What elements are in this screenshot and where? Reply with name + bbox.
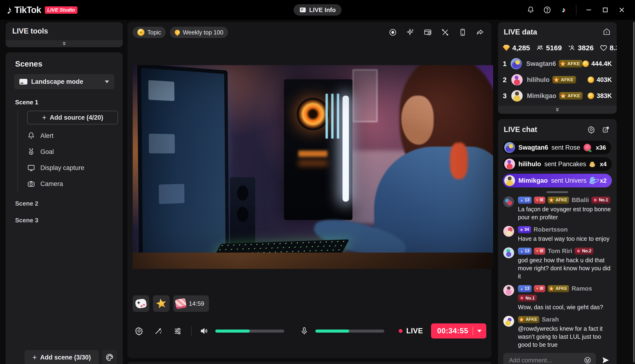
data-home-icon[interactable] — [602, 28, 611, 37]
chat-popout-icon[interactable] — [601, 125, 611, 134]
crossed-tools-icon[interactable] — [439, 26, 451, 38]
chat-message-text: @rowdywrecks knew for a fact it wasn’t g… — [518, 324, 612, 349]
triangle-icon: ▲ — [520, 287, 523, 290]
weekly-top-badge[interactable]: Weekly top 100 — [170, 27, 228, 38]
badge-star-icon: 60 — [560, 93, 566, 99]
badge-text: AFKE — [561, 77, 574, 82]
stream-settings-gear-icon[interactable] — [133, 324, 146, 337]
new-followers-value: 3826 — [578, 44, 594, 52]
gift-tile-cake-timer[interactable]: 14:59 — [173, 295, 209, 312]
scene-1-item[interactable]: Scene 1 — [6, 89, 123, 108]
add-source-label: Add source (4/20) — [50, 114, 104, 121]
chat-message-text: Have a travel way too nice to enjoy — [518, 235, 612, 243]
fire-icon — [174, 28, 181, 36]
chat-settings-gear-icon[interactable] — [586, 125, 596, 134]
chat-resize-handle[interactable] — [546, 191, 568, 193]
diamond-level-value: 34 — [524, 227, 529, 232]
mobile-icon[interactable] — [456, 26, 469, 38]
leaderboard-row[interactable]: 3 Mimikgao 60 AFKE 383K — [503, 88, 612, 104]
live-tools-expand-button[interactable] — [6, 40, 123, 47]
source-label: Goal — [40, 148, 54, 156]
gift-banner-highlighted[interactable]: Mimikgao sent Univers x2 — [503, 174, 612, 188]
chat-username[interactable]: BBalii — [572, 196, 589, 204]
comment-input[interactable] — [503, 353, 596, 364]
chat-username[interactable]: Tom Riri — [548, 248, 572, 255]
avatar — [503, 248, 514, 258]
camera-icon — [27, 180, 35, 188]
theme-palette-button[interactable] — [102, 350, 117, 364]
coins-amount: 444.4K — [591, 60, 612, 68]
window-scrollbar[interactable] — [633, 22, 634, 362]
coin-icon — [588, 92, 594, 99]
live-studio-badge: LIVE Studio — [45, 6, 78, 14]
help-icon[interactable] — [540, 3, 554, 16]
afke-badge: 3 AFKE — [559, 60, 582, 68]
goal-medal-icon — [27, 148, 35, 156]
live-info-button[interactable]: LIVE Info — [294, 4, 342, 16]
gifter-leaderboard: 1 Swagtan6 3 AFKE 444.4K 2 — [498, 53, 616, 106]
magic-pen-icon[interactable] — [152, 324, 165, 337]
fan-club-badge: ♥III — [534, 285, 546, 292]
scene-2-item[interactable]: Scene 2 — [6, 192, 123, 209]
gift-banner[interactable]: hilihulo sent Pancakes x4 — [503, 157, 612, 171]
afke-badge: 3AFKE — [548, 197, 569, 204]
tiktok-app-icon[interactable]: ♪ — [557, 3, 570, 16]
gift-action: sent Pancakes — [544, 160, 586, 168]
adjust-sliders-icon[interactable] — [172, 324, 184, 337]
emoji-icon[interactable] — [584, 356, 592, 364]
stream-timer-button[interactable]: 00:34:55 — [431, 324, 486, 338]
effects-sparkle-icon[interactable] — [404, 26, 416, 38]
mic-volume-icon[interactable] — [298, 324, 311, 337]
diamond-icon — [503, 45, 510, 51]
mic-volume-slider[interactable] — [316, 330, 384, 332]
source-label: Alert — [40, 132, 54, 140]
source-item-goal[interactable]: Goal — [27, 144, 118, 160]
send-plane-icon — [601, 356, 610, 364]
layout-mode-value: Landscape mode — [31, 78, 83, 86]
source-item-display-capture[interactable]: Display capture — [27, 160, 118, 176]
chat-username[interactable]: Robertsson — [534, 226, 568, 233]
speaker-volume-slider[interactable] — [215, 330, 284, 332]
record-icon[interactable] — [387, 26, 399, 38]
chat-message: ▲13 ♥III 3AFKE BBalii No.1 La façon de v… — [503, 196, 612, 221]
leaderboard-row[interactable]: 2 hilihulo 3 AFKE 403K — [503, 72, 612, 88]
scene-3-item[interactable]: Scene 3 — [6, 209, 123, 226]
gift-tile-star[interactable] — [153, 295, 170, 312]
chat-message-list[interactable]: ▲13 ♥III 3AFKE BBalii No.1 La façon de v… — [498, 193, 616, 349]
controls-divider — [191, 326, 192, 336]
gift-tile-controller[interactable] — [133, 295, 149, 312]
speaker-volume-icon[interactable] — [198, 324, 210, 337]
send-comment-button[interactable] — [600, 354, 612, 364]
chat-username[interactable]: Ramos — [572, 285, 592, 292]
window-close-button[interactable] — [615, 3, 628, 16]
layout-mode-select[interactable]: Landscape mode — [14, 74, 114, 89]
chat-message-text: Wow, das ist cool, wie geht das? — [518, 303, 612, 311]
source-item-camera[interactable]: Camera — [27, 176, 118, 192]
chevron-down-icon[interactable] — [477, 330, 482, 332]
source-item-alert[interactable]: Alert — [27, 128, 118, 144]
gift-banner[interactable]: Swagtan6 sent Rose x36 — [503, 141, 611, 154]
topic-coin-icon: + — [138, 29, 144, 36]
gift-timer: 14:59 — [189, 300, 204, 307]
card-check-icon[interactable] — [422, 26, 434, 38]
avatar — [504, 142, 515, 153]
stream-timer: 00:34:55 — [437, 327, 468, 335]
avatar — [511, 90, 523, 102]
add-source-button[interactable]: + Add source (4/20) — [27, 111, 118, 124]
avatar — [503, 226, 514, 237]
window-maximize-button[interactable] — [599, 3, 612, 16]
share-icon[interactable] — [474, 26, 486, 38]
level-value: 13 — [525, 248, 530, 254]
topic-badge[interactable]: + Topic — [133, 27, 166, 38]
live-data-expand-button[interactable] — [498, 106, 616, 114]
level-badge: ▲13 — [518, 197, 532, 204]
window-minimize-button[interactable] — [582, 3, 595, 16]
universe-gift-icon — [590, 177, 595, 184]
add-scene-button[interactable]: + Add scene (3/30) — [24, 350, 99, 364]
chat-username[interactable]: Sarah — [542, 316, 559, 323]
add-scene-label: Add scene (3/30) — [40, 354, 91, 361]
rank-badge: No.1 — [518, 294, 537, 302]
notifications-bell-icon[interactable] — [524, 3, 537, 16]
coins-amount: 403K — [596, 76, 612, 84]
leaderboard-row[interactable]: 1 Swagtan6 3 AFKE 444.4K — [503, 56, 612, 72]
